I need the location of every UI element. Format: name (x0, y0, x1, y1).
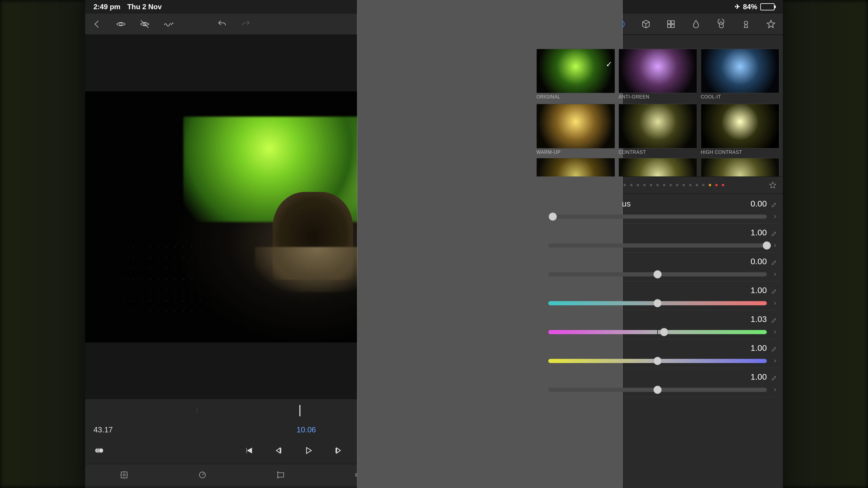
preset-high-contrast[interactable]: HIGH CONTRAST (701, 104, 779, 155)
preset-anti-green[interactable]: ANTI-GREEN (619, 49, 696, 100)
page-dot[interactable] (715, 184, 718, 186)
page-dot[interactable] (683, 184, 685, 186)
page-dot[interactable] (709, 184, 711, 186)
svg-point-0 (120, 23, 122, 26)
tab-cube-icon[interactable] (640, 18, 652, 30)
page-dot[interactable] (650, 184, 652, 186)
bottom-tab-focus[interactable] (120, 470, 129, 479)
preset-original[interactable]: ✓ORIGINAL (536, 49, 614, 100)
preset-thumb[interactable] (701, 158, 779, 176)
page-dot[interactable] (670, 184, 672, 186)
tab-grid-icon[interactable] (665, 18, 677, 30)
page-dot[interactable] (696, 184, 698, 186)
preset-label: ORIGINAL (536, 94, 614, 100)
svg-rect-14 (121, 472, 127, 478)
nudge-right-icon[interactable] (771, 328, 779, 336)
page-dot[interactable] (643, 184, 646, 186)
preset-label: WARM-UP (536, 150, 614, 155)
bottom-scrollbar[interactable] (85, 486, 532, 488)
back-button[interactable] (91, 18, 103, 30)
nudge-right-icon[interactable] (771, 357, 779, 365)
slider-thumb[interactable] (653, 357, 662, 365)
scrub-playhead[interactable] (300, 405, 300, 416)
slider-track[interactable] (548, 272, 767, 276)
control-value: 1.00 (751, 372, 767, 382)
airplane-icon: ✈ (735, 3, 740, 11)
eye-hide-icon[interactable] (139, 18, 151, 30)
undo-button[interactable] (216, 18, 228, 30)
skip-start-button[interactable] (243, 445, 255, 456)
page-dot[interactable] (702, 184, 705, 186)
tab-droplet-icon[interactable] (690, 18, 702, 30)
scene-specks (121, 242, 201, 317)
pencil-icon[interactable] (771, 201, 777, 207)
battery-icon (760, 3, 775, 10)
slider-thumb[interactable] (763, 241, 771, 250)
slider-track[interactable] (548, 359, 767, 363)
preset-thumb[interactable] (536, 158, 615, 176)
page-dot[interactable] (722, 184, 724, 186)
page-dot[interactable] (630, 184, 632, 186)
globe-icon[interactable] (93, 445, 105, 456)
redo-button[interactable] (240, 18, 252, 30)
bottom-tab-frame[interactable] (276, 470, 285, 479)
preset-thumb[interactable] (619, 158, 697, 176)
preset-thumb (619, 49, 697, 93)
preset-label: HIGH CONTRAST (701, 150, 779, 155)
svg-rect-6 (668, 21, 671, 24)
waveform-icon[interactable] (162, 18, 175, 30)
preset-label: CONTRAST (619, 150, 696, 155)
preset-warm-up[interactable]: WARM-UP (536, 104, 614, 155)
slider-track[interactable] (548, 243, 767, 248)
slider-thumb[interactable] (549, 213, 557, 221)
tab-keyhole-icon[interactable] (740, 18, 752, 30)
svg-rect-17 (278, 473, 284, 477)
time-left: 43.17 (93, 425, 113, 434)
page-dot[interactable] (637, 184, 639, 186)
preset-thumb: ✓ (536, 49, 615, 93)
slider-thumb[interactable] (660, 328, 668, 336)
slider-track[interactable] (548, 388, 767, 392)
page-dot[interactable] (676, 184, 678, 186)
step-forward-button[interactable] (332, 445, 344, 456)
nudge-right-icon[interactable] (771, 270, 779, 278)
preset-contrast[interactable]: CONTRAST (619, 104, 696, 155)
tab-spiral-icon[interactable] (715, 18, 727, 30)
app-window: 2:49 pm Thu 2 Nov ✈ 84% (85, 0, 783, 488)
page-dot[interactable] (624, 184, 626, 186)
slider-track[interactable] (548, 301, 767, 305)
step-back-button[interactable] (273, 445, 285, 456)
nudge-right-icon[interactable] (771, 241, 779, 249)
pencil-icon[interactable] (771, 229, 777, 236)
play-button[interactable] (303, 445, 314, 456)
slider-track[interactable] (548, 330, 767, 334)
slider-thumb[interactable] (653, 270, 662, 279)
pencil-icon[interactable] (771, 287, 777, 294)
bottom-tab-speed[interactable] (198, 470, 207, 479)
side-panel-tabs (615, 18, 777, 30)
pencil-icon[interactable] (771, 258, 777, 265)
control-value: 1.03 (751, 315, 767, 324)
center-mark (657, 328, 658, 336)
slider-track[interactable] (548, 215, 767, 219)
svg-point-15 (123, 474, 126, 476)
preset-thumb (536, 104, 615, 148)
favorite-preset-icon[interactable] (767, 180, 778, 190)
status-left: 2:49 pm Thu 2 Nov (93, 3, 166, 11)
page-dot[interactable] (663, 184, 665, 186)
eye-show-icon[interactable] (115, 18, 127, 30)
nudge-right-icon[interactable] (771, 213, 779, 221)
nudge-right-icon[interactable] (771, 299, 779, 307)
viewer-column: 43.17 10.06 [21.06] Color & Effects (85, 35, 532, 488)
preset-label: ANTI-GREEN (619, 94, 696, 100)
pencil-icon[interactable] (771, 345, 777, 351)
preset-cool-it[interactable]: COOL-IT (701, 49, 779, 100)
slider-thumb[interactable] (653, 299, 662, 307)
pencil-icon[interactable] (771, 316, 777, 323)
pencil-icon[interactable] (771, 374, 777, 380)
tab-star-icon[interactable] (765, 18, 777, 30)
page-dot[interactable] (656, 184, 659, 186)
page-dot[interactable] (689, 184, 691, 186)
nudge-right-icon[interactable] (771, 386, 779, 394)
slider-thumb[interactable] (653, 386, 662, 394)
